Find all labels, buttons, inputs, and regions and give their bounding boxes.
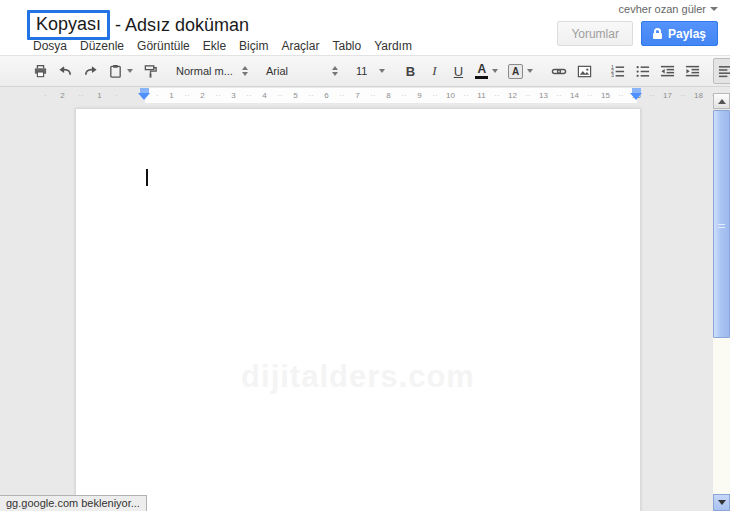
highlight-color-button[interactable]: A <box>503 58 538 84</box>
updown-icon <box>242 66 248 76</box>
bulleted-list-icon <box>635 64 650 79</box>
menu-bar: DosyaDüzenleGörüntüleEkleBiçimAraçlarTab… <box>33 39 425 53</box>
increase-indent-button[interactable] <box>680 58 705 84</box>
print-icon <box>33 64 48 79</box>
undo-icon <box>58 64 73 79</box>
numbered-list-icon: 123 <box>610 64 625 79</box>
header: cevher ozan güler Kopyası - Adsız doküma… <box>0 0 730 55</box>
document-title[interactable]: Kopyası - Adsız doküman <box>27 10 249 40</box>
paint-format-button[interactable] <box>138 58 163 84</box>
highlight-color-icon: A <box>508 64 523 79</box>
text-color-icon: A <box>475 63 488 79</box>
insert-link-button[interactable] <box>546 58 572 84</box>
indent-icon <box>685 64 700 79</box>
chevron-down-icon <box>492 69 498 73</box>
scrollbar-grip <box>718 224 725 225</box>
menu-item[interactable]: Yardım <box>374 39 412 53</box>
redo-button[interactable] <box>78 58 103 84</box>
scroll-down-button[interactable] <box>713 494 730 511</box>
scrollbar-thumb[interactable] <box>713 110 730 338</box>
menu-item[interactable]: Düzenle <box>80 39 124 53</box>
title-text: - Adsız doküman <box>115 15 249 36</box>
align-left-button[interactable] <box>713 58 730 84</box>
google-docs-window: cevher ozan güler Kopyası - Adsız doküma… <box>0 0 730 511</box>
document-page[interactable]: dijitalders.com <box>75 108 641 511</box>
redo-icon <box>83 64 98 79</box>
menu-item[interactable]: Tablo <box>332 39 361 53</box>
menu-item[interactable]: Dosya <box>33 39 67 53</box>
arrow-down-icon <box>718 500 726 505</box>
image-icon <box>577 64 592 79</box>
comments-button[interactable]: Yorumlar <box>557 21 633 46</box>
align-left-icon <box>718 64 730 79</box>
print-button[interactable] <box>28 58 53 84</box>
account-menu[interactable]: cevher ozan güler <box>619 3 718 15</box>
scroll-up-button[interactable] <box>713 93 730 109</box>
header-actions: Yorumlar Paylaş <box>557 21 718 46</box>
outdent-icon <box>660 64 675 79</box>
italic-button[interactable]: I <box>422 58 446 84</box>
chevron-down-icon <box>527 69 533 73</box>
menu-item[interactable]: Ekle <box>203 39 226 53</box>
text-cursor <box>146 169 148 186</box>
chevron-down-icon <box>127 69 133 73</box>
styles-select[interactable]: Normal m... <box>171 59 253 83</box>
font-select[interactable]: Arial <box>261 59 343 83</box>
menu-item[interactable]: Görüntüle <box>137 39 190 53</box>
paint-format-icon <box>143 64 158 79</box>
insert-image-button[interactable] <box>572 58 597 84</box>
numbered-list-button[interactable]: 123 <box>605 58 630 84</box>
bulleted-list-button[interactable] <box>630 58 655 84</box>
chevron-down-icon <box>710 7 718 11</box>
lock-icon <box>653 33 662 39</box>
toolbar: Normal m... Arial 11 B I U A A <box>0 55 730 87</box>
share-button[interactable]: Paylaş <box>641 21 718 46</box>
updown-icon <box>332 66 338 76</box>
right-indent-marker[interactable] <box>630 88 642 100</box>
font-size-select[interactable]: 11 <box>351 59 390 83</box>
bold-button[interactable]: B <box>398 58 422 84</box>
undo-button[interactable] <box>53 58 78 84</box>
underline-button[interactable]: U <box>446 58 470 84</box>
watermark: dijitalders.com <box>76 359 640 395</box>
web-clipboard-button[interactable] <box>103 58 138 84</box>
left-indent-marker[interactable] <box>138 88 150 100</box>
chevron-down-icon <box>379 69 385 73</box>
ruler: ·2··1· ·1··2··3··4··5··6··7··8··9··10··1… <box>0 87 706 104</box>
link-icon <box>551 64 567 79</box>
scrollbar-track[interactable] <box>713 338 730 494</box>
web-clipboard-icon <box>108 64 123 79</box>
svg-text:3: 3 <box>611 72 614 78</box>
title-highlighted-annotation-box: Kopyası <box>27 10 110 40</box>
menu-item[interactable]: Biçim <box>239 39 268 53</box>
ruler-margin-numbers: ·2··1· <box>44 88 118 103</box>
browser-status-bar: gg.google.com bekleniyor... <box>0 495 147 511</box>
text-color-button[interactable]: A <box>470 58 503 84</box>
decrease-indent-button[interactable] <box>655 58 680 84</box>
scrollbar <box>713 93 730 511</box>
ruler-page-numbers: ·1··2··3··4··5··6··7··8··9··10··11··12··… <box>156 88 652 103</box>
account-name: cevher ozan güler <box>619 3 706 15</box>
arrow-up-icon <box>718 99 726 104</box>
menu-item[interactable]: Araçlar <box>281 39 319 53</box>
